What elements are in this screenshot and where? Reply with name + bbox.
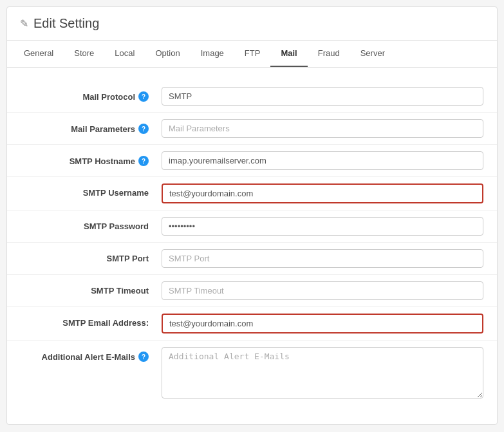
label-smtp-password: SMTP Password <box>20 217 162 231</box>
label-smtp-port: SMTP Port <box>20 249 162 263</box>
help-icon-smtp-hostname[interactable]: ? <box>138 156 149 166</box>
form-row-mail-protocol: Mail Protocol? <box>7 80 497 113</box>
label-mail-protocol: Mail Protocol? <box>20 87 162 102</box>
form-row-smtp-password: SMTP Password <box>7 211 497 243</box>
tab-store[interactable]: Store <box>64 41 104 67</box>
control-smtp-email-address <box>162 314 483 333</box>
control-mail-protocol <box>162 87 483 106</box>
label-smtp-timeout: SMTP Timeout <box>20 281 162 296</box>
tab-fraud[interactable]: Fraud <box>308 41 350 67</box>
control-smtp-password <box>162 217 483 236</box>
label-smtp-username: SMTP Username <box>20 183 162 198</box>
tab-image[interactable]: Image <box>191 41 234 67</box>
page-header: ✎ Edit Setting <box>7 7 497 41</box>
form-row-smtp-port: SMTP Port <box>7 243 497 275</box>
form-row-smtp-email-address: SMTP Email Address: <box>7 307 497 341</box>
input-smtp-timeout[interactable] <box>162 281 483 300</box>
input-mail-protocol[interactable] <box>162 87 483 106</box>
tab-local[interactable]: Local <box>104 41 145 67</box>
label-mail-parameters: Mail Parameters? <box>20 119 162 134</box>
form-row-mail-parameters: Mail Parameters? <box>7 113 497 145</box>
form-row-smtp-hostname: SMTP Hostname? <box>7 145 497 177</box>
page-wrapper: ✎ Edit Setting GeneralStoreLocalOptionIm… <box>6 6 498 425</box>
help-icon-mail-protocol[interactable]: ? <box>138 91 149 102</box>
tab-server[interactable]: Server <box>350 41 395 67</box>
tab-ftp[interactable]: FTP <box>234 41 271 67</box>
pencil-icon: ✎ <box>20 17 28 30</box>
form-row-additional-alert-emails: Additional Alert E-Mails? <box>7 341 497 407</box>
label-smtp-email-address: SMTP Email Address: <box>20 314 162 328</box>
page-title: Edit Setting <box>33 16 99 31</box>
form-row-smtp-timeout: SMTP Timeout <box>7 275 497 307</box>
input-smtp-password[interactable] <box>162 217 483 236</box>
control-additional-alert-emails <box>162 347 483 400</box>
input-smtp-username[interactable] <box>162 183 483 203</box>
control-smtp-username <box>162 183 483 203</box>
help-icon-additional-alert-emails[interactable]: ? <box>138 352 149 362</box>
help-icon-mail-parameters[interactable]: ? <box>138 124 149 134</box>
input-mail-parameters[interactable] <box>162 119 483 138</box>
label-smtp-hostname: SMTP Hostname? <box>20 151 162 166</box>
tab-general[interactable]: General <box>14 41 64 67</box>
form-body: Mail Protocol?Mail Parameters?SMTP Hostn… <box>7 68 497 420</box>
form-row-smtp-username: SMTP Username <box>7 177 497 211</box>
label-additional-alert-emails: Additional Alert E-Mails? <box>20 347 162 362</box>
tab-mail[interactable]: Mail <box>270 41 307 67</box>
textarea-additional-alert-emails[interactable] <box>162 347 483 399</box>
input-smtp-email-address[interactable] <box>162 314 483 333</box>
input-smtp-port[interactable] <box>162 249 483 268</box>
control-smtp-hostname <box>162 151 483 170</box>
tab-option[interactable]: Option <box>145 41 190 67</box>
control-smtp-port <box>162 249 483 268</box>
tabs-nav: GeneralStoreLocalOptionImageFTPMailFraud… <box>7 41 497 68</box>
input-smtp-hostname[interactable] <box>162 151 483 170</box>
control-mail-parameters <box>162 119 483 138</box>
control-smtp-timeout <box>162 281 483 300</box>
